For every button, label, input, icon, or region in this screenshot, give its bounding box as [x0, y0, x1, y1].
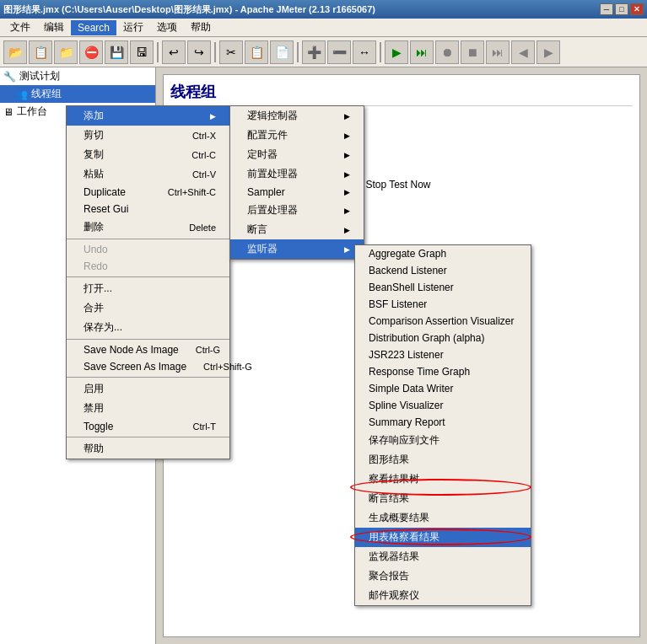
logic-controller-arrow: ▶ [344, 112, 350, 121]
ctx-redo: Redo [67, 258, 229, 275]
ctx-bsf-listener[interactable]: BSF Listener [355, 296, 531, 313]
tree-item-label: 线程组 [31, 87, 62, 101]
menu-options[interactable]: 选项 [150, 19, 184, 36]
title-bar: 图形结果.jmx (C:\Users\Auser\Desktop\图形结果.jm… [0, 0, 647, 19]
ctx-aggregate-graph[interactable]: Aggregate Graph [355, 245, 531, 262]
ctx-sep3 [67, 339, 229, 340]
ctx-delete[interactable]: 删除 Delete [67, 217, 229, 237]
toolbar-new[interactable]: 📂 [3, 40, 27, 64]
ctx-reset-gui[interactable]: Reset Gui [67, 201, 229, 217]
ctx-toggle[interactable]: Toggle Ctrl-T [67, 418, 229, 435]
ctx-distribution-graph[interactable]: Distribution Graph (alpha) [355, 330, 531, 346]
ctx-preprocessor[interactable]: 前置处理器 ▶ [230, 164, 364, 184]
toolbar-templates[interactable]: 📋 [29, 40, 52, 64]
ctx-assertions[interactable]: 断言 ▶ [230, 220, 364, 239]
timer-arrow: ▶ [344, 151, 350, 159]
add-submenu-arrow: ▶ [210, 112, 216, 121]
ctx-graph-results[interactable]: 图形结果 [355, 450, 531, 470]
toolbar-record[interactable]: ⏺ [435, 40, 459, 64]
ctx-response-time-graph[interactable]: Response Time Graph [355, 363, 531, 380]
menu-edit[interactable]: 编辑 [37, 19, 71, 36]
ctx-simple-data-writer[interactable]: Simple Data Writer [355, 380, 531, 397]
toolbar-paste[interactable]: 📄 [270, 40, 294, 64]
ctx-spline-visualizer[interactable]: Spline Visualizer [355, 397, 531, 414]
menu-run[interactable]: 运行 [116, 19, 150, 36]
toolbar-cut[interactable]: ✂ [219, 40, 243, 64]
toolbar-expand[interactable]: ➕ [302, 40, 326, 64]
menu-file[interactable]: 文件 [3, 19, 37, 36]
maximize-button[interactable]: □ [615, 3, 628, 15]
toolbar-shutdown[interactable]: ⏭ [486, 40, 510, 64]
postprocessor-arrow: ▶ [344, 207, 350, 215]
tree-item-thread-group[interactable]: 👥 线程组 [0, 85, 155, 103]
tree-item-test-plan[interactable]: 🔧 测试计划 [0, 67, 155, 85]
listener-arrow: ▶ [344, 245, 350, 254]
toolbar-remote-start[interactable]: ◀ [511, 40, 535, 64]
ctx-undo: Undo [67, 241, 229, 258]
ctx-postprocessor[interactable]: 后置处理器 ▶ [230, 201, 364, 220]
ctx-monitor-results[interactable]: 监视器结果 [355, 547, 531, 566]
ctx-cut[interactable]: 剪切 Ctrl-X [67, 126, 229, 145]
ctx-summary-report[interactable]: Summary Report [355, 414, 531, 431]
thread-group-icon: 👥 [15, 89, 28, 100]
ctx-view-results-tree[interactable]: 察看结果树 [355, 470, 531, 489]
tree-item-label: 测试计划 [19, 69, 60, 83]
ctx-aggregate-report[interactable]: 聚合报告 [355, 566, 531, 586]
window-title: 图形结果.jmx (C:\Users\Auser\Desktop\图形结果.jm… [3, 3, 375, 16]
toolbar-redo[interactable]: ↪ [187, 40, 211, 64]
toolbar-start[interactable]: ▶ [385, 40, 408, 64]
ctx-config-element[interactable]: 配置元件 ▶ [230, 126, 364, 145]
toolbar-sep2 [214, 42, 216, 62]
ctx-enable[interactable]: 启用 [67, 379, 229, 399]
toolbar-copy[interactable]: 📋 [245, 40, 268, 64]
ctx-listener[interactable]: 监听器 ▶ [230, 239, 364, 259]
ctx-timer[interactable]: 定时器 ▶ [230, 145, 364, 164]
ctx-assertion-results[interactable]: 断言结果 [355, 489, 531, 508]
toolbar-sep4 [380, 42, 381, 62]
ctx-save-node-image[interactable]: Save Node As Image Ctrl-G [67, 341, 229, 358]
ctx-copy[interactable]: 复制 Ctrl-C [67, 145, 229, 164]
context-menu-level1: 添加 ▶ 剪切 Ctrl-X 复制 Ctrl-C 粘贴 Ctrl-V Dupli… [66, 105, 230, 459]
menu-bar: 文件 编辑 Search 运行 选项 帮助 [0, 19, 647, 37]
minimize-button[interactable]: ─ [600, 3, 613, 15]
ctx-paste[interactable]: 粘贴 Ctrl-V [67, 164, 229, 184]
ctx-logic-controller[interactable]: 逻辑控制器 ▶ [230, 106, 364, 126]
toolbar-toggle[interactable]: ↔ [353, 40, 376, 64]
toolbar-save[interactable]: 💾 [105, 40, 128, 64]
ctx-add[interactable]: 添加 ▶ [67, 106, 229, 126]
ctx-backend-listener[interactable]: Backend Listener [355, 262, 531, 279]
toolbar-start-nopause[interactable]: ⏭ [410, 40, 434, 64]
toolbar-sep1 [157, 42, 159, 62]
window-controls: ─ □ ✕ [600, 3, 644, 15]
ctx-comparison-assertion[interactable]: Comparison Assertion Visualizer [355, 313, 531, 330]
menu-search[interactable]: Search [71, 20, 116, 35]
ctx-sampler[interactable]: Sampler ▶ [230, 184, 364, 201]
menu-help[interactable]: 帮助 [184, 19, 218, 36]
ctx-disable[interactable]: 禁用 [67, 399, 229, 418]
ctx-help[interactable]: 帮助 [67, 439, 229, 459]
ctx-save-screen-image[interactable]: Save Screen As Image Ctrl+Shift-G [67, 358, 229, 375]
close-button[interactable]: ✕ [630, 3, 644, 15]
ctx-duplicate[interactable]: Duplicate Ctrl+Shift-C [67, 184, 229, 201]
toolbar-collapse[interactable]: ➖ [327, 40, 351, 64]
ctx-mail-visualizer[interactable]: 邮件观察仪 [355, 586, 531, 605]
assertions-arrow: ▶ [344, 226, 350, 234]
context-submenu-level3: Aggregate Graph Backend Listener BeanShe… [354, 244, 531, 606]
ctx-view-results-table[interactable]: 用表格察看结果 [355, 528, 531, 547]
ctx-generate-summary[interactable]: 生成概要结果 [355, 508, 531, 528]
ctx-open[interactable]: 打开... [67, 279, 229, 298]
ctx-merge[interactable]: 合并 [67, 298, 229, 318]
ctx-save-response[interactable]: 保存响应到文件 [355, 431, 531, 450]
test-plan-icon: 🔧 [3, 71, 16, 83]
toolbar-saveas[interactable]: 🖫 [130, 40, 154, 64]
ctx-saveas[interactable]: 保存为... [67, 318, 229, 337]
toolbar-undo[interactable]: ↩ [162, 40, 186, 64]
ctx-sep2 [67, 276, 229, 277]
toolbar-open[interactable]: 📁 [54, 40, 78, 64]
ctx-sep1 [67, 239, 229, 239]
ctx-beanshell-listener[interactable]: BeanShell Listener [355, 279, 531, 296]
toolbar-remote-stop[interactable]: ▶ [536, 40, 560, 64]
toolbar-stop[interactable]: ⏹ [461, 40, 484, 64]
toolbar-close[interactable]: ⛔ [79, 40, 103, 64]
ctx-jsr223-listener[interactable]: JSR223 Listener [355, 346, 531, 363]
